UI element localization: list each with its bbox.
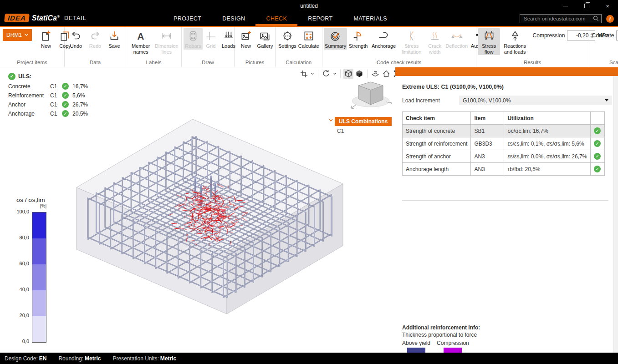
crack-width-button: Crack width <box>425 28 444 55</box>
check-pass-icon <box>8 73 15 80</box>
search-box <box>520 14 602 23</box>
main-menu-tabs: PROJECT DESIGN CHECK REPORT MATERIALS <box>163 12 398 26</box>
new-picture-button[interactable]: New <box>236 28 255 50</box>
group-label-labels: Labels <box>128 58 179 67</box>
menu-bar: IDEA StatiCa® DETAIL PROJECT DESIGN CHEC… <box>0 12 618 27</box>
minimize-icon <box>563 6 568 6</box>
rotate-view-button[interactable] <box>321 69 331 79</box>
settings-button[interactable]: </> Settings <box>277 28 297 50</box>
check-results-table: Check item Item Utilization Strength of … <box>402 111 605 176</box>
calculate-button[interactable]: Calculate <box>297 28 320 50</box>
member-names-button[interactable]: A Member names <box>128 28 154 55</box>
table-row[interactable]: Strength of reinforcementGB3D3εs/εs,lim:… <box>403 137 605 150</box>
idea-statica-detail-window: untitled × IDEA StatiCa® DETAIL PROJECT … <box>0 0 618 364</box>
save-icon <box>107 29 121 43</box>
ribbon-group-scale: Concrete 1,00 Scale <box>589 27 618 67</box>
table-row[interactable]: Anchorage lengthAN3τb/fbd: 20,5% <box>403 163 605 176</box>
gallery-button[interactable]: Gallery <box>255 28 275 50</box>
uls-summary-row: ReinforcementC15,6% <box>8 92 88 99</box>
ribbon-group-data: Undo Redo Save Data <box>65 27 126 67</box>
status-bar: Design Code:EN Rounding:Metric Presentat… <box>0 353 618 364</box>
chevron-down-icon <box>311 72 314 75</box>
presentation-units-status: Presentation Units:Metric <box>112 355 176 362</box>
minimize-button[interactable] <box>555 0 576 12</box>
chevron-down-icon[interactable] <box>329 119 333 122</box>
strength-button[interactable]: Strength <box>347 28 370 50</box>
check-pass-icon <box>594 127 601 134</box>
table-row[interactable]: Strength of concreteSB1σc/σc,lim: 16,7% <box>403 125 605 137</box>
uls-summary-row: ConcreteC116,7% <box>8 83 88 90</box>
check-pass-icon <box>594 153 601 160</box>
close-icon: × <box>606 3 609 10</box>
stress-limitation-icon <box>405 29 419 43</box>
search-input[interactable] <box>520 14 602 23</box>
chevron-down-icon <box>25 34 28 36</box>
tab-materials[interactable]: MATERIALS <box>343 12 398 26</box>
dropdown-arrow-icon <box>605 99 608 101</box>
combination-item-c1[interactable]: C1 <box>337 128 344 134</box>
restore-button[interactable] <box>576 0 597 12</box>
redo-icon <box>88 29 102 43</box>
colorbar-band <box>32 212 46 238</box>
load-increment-dropdown[interactable]: G100,0%, V100,0% <box>459 96 612 105</box>
loads-icon <box>222 29 235 43</box>
image-add-icon <box>239 29 253 43</box>
results-panel-scrollbar[interactable] <box>613 76 618 353</box>
anchorage-button[interactable]: Anchorage <box>370 28 398 50</box>
table-row[interactable]: Strength of anchorAN3εs/εs,lim: 0,0%, σs… <box>403 150 605 163</box>
search-icon <box>593 15 599 21</box>
rebars-icon <box>186 29 200 43</box>
3d-viewport[interactable]: ULS: ConcreteC116,7% ReinforcementC15,6%… <box>0 67 395 353</box>
navigation-cube[interactable] <box>350 77 393 114</box>
colorbar-band <box>32 238 46 264</box>
chevron-down-icon <box>333 72 337 75</box>
deflection-icon <box>450 29 464 43</box>
dimension-lines-icon <box>160 29 174 43</box>
window-title: untitled <box>0 0 618 12</box>
uls-combinations-label[interactable]: ULS Combinations <box>335 117 392 126</box>
uls-summary-title: ULS: <box>18 73 31 80</box>
crop-view-button[interactable] <box>299 69 309 79</box>
tab-design[interactable]: DESIGN <box>212 12 255 26</box>
colorbar-tick-label: 80,0 <box>13 235 29 240</box>
ribbon-group-labels: A Member names Dimension lines Labels <box>126 27 182 67</box>
dimension-lines-button: Dimension lines <box>154 28 180 55</box>
svg-text:A: A <box>138 31 144 41</box>
group-label-data: Data <box>66 58 124 67</box>
document-add-icon <box>39 29 53 43</box>
colorbar-title: σs / σs,lim <box>16 197 63 203</box>
3d-model-canvas[interactable] <box>48 107 395 335</box>
new-project-item-button[interactable]: New <box>36 28 56 50</box>
tab-project[interactable]: PROJECT <box>163 12 212 26</box>
help-icon[interactable]: i <box>606 15 614 23</box>
redo-button: Redo <box>86 28 105 50</box>
colorbar-tick-label: 40,0 <box>13 287 29 292</box>
group-label-draw: Draw <box>184 58 232 67</box>
colorbar-band <box>32 316 46 342</box>
save-button[interactable]: Save <box>105 28 124 50</box>
results-panel-header-bar <box>395 67 618 76</box>
concrete-scale-input[interactable]: 1,00 <box>616 30 618 40</box>
summary-button[interactable]: Summary <box>324 28 347 50</box>
group-label-pictures: Pictures <box>236 58 273 67</box>
undo-button[interactable]: Undo <box>66 28 86 50</box>
restore-icon <box>584 4 589 8</box>
registered-mark: ® <box>57 14 60 18</box>
crop-options-chevron[interactable] <box>310 69 315 79</box>
stress-colorbar: σs / σs,lim [%] 100,080,060,040,020,00,0 <box>13 197 63 346</box>
ribbon-group-pictures: New Gallery Pictures <box>235 27 276 67</box>
stress-flow-button[interactable]: Stress flow <box>478 28 500 55</box>
stress-limitation-button: Stress limitation <box>398 28 425 55</box>
reactions-and-loads-button[interactable]: Reactions and loads <box>500 28 530 55</box>
ribbon-group-project-items: DRM1 New Copy Project items <box>0 27 65 67</box>
settings-gear-icon: </> <box>281 29 294 43</box>
project-item-selector[interactable]: DRM1 <box>3 29 32 41</box>
check-pass-icon <box>594 166 601 172</box>
idea-logo-box: IDEA <box>4 14 30 22</box>
tab-report[interactable]: REPORT <box>297 12 343 26</box>
grid-icon <box>204 29 218 43</box>
colorbar-ticks: 100,080,060,040,020,00,0 <box>13 212 29 342</box>
close-button[interactable]: × <box>597 0 618 12</box>
tab-check[interactable]: CHECK <box>255 12 297 26</box>
rotate-options-chevron[interactable] <box>332 69 337 79</box>
